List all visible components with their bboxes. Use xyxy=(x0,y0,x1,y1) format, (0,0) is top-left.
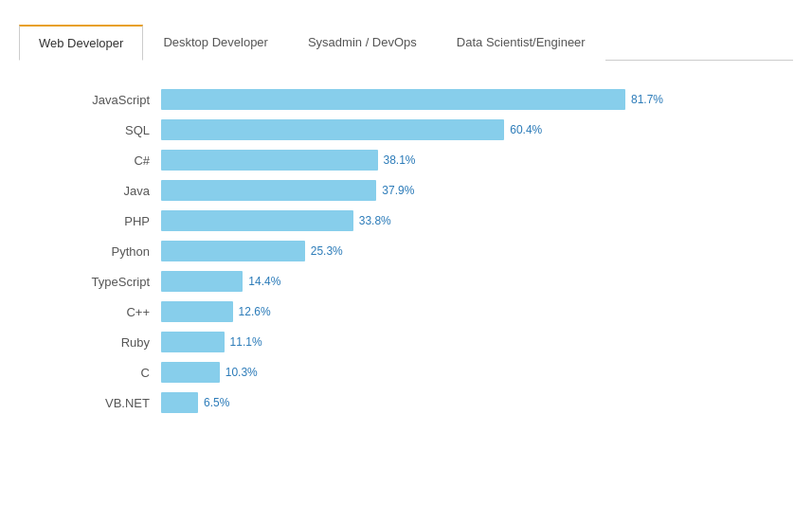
tab-sysadmin---devops[interactable]: Sysadmin / DevOps xyxy=(288,25,437,61)
bar-value: 11.1% xyxy=(230,335,262,349)
bar-label: PHP xyxy=(57,214,161,228)
bar-track: 11.1% xyxy=(161,332,774,352)
bar-fill xyxy=(161,180,376,201)
bar-value: 37.9% xyxy=(382,184,414,197)
bar-label: Python xyxy=(57,244,161,259)
bar-track: 25.3% xyxy=(161,241,774,261)
bar-label: SQL xyxy=(57,123,161,137)
bar-fill xyxy=(161,332,225,352)
bar-row: C#38.1% xyxy=(57,150,774,171)
bar-row: Python25.3% xyxy=(57,241,774,261)
bar-row: Ruby11.1% xyxy=(57,332,774,352)
bar-row: TypeScript14.4% xyxy=(57,271,774,292)
bar-row: C++12.6% xyxy=(57,301,774,322)
bar-track: 14.4% xyxy=(161,271,774,292)
bar-fill xyxy=(161,271,243,292)
bar-fill xyxy=(161,392,198,413)
bar-value: 12.6% xyxy=(239,305,271,318)
bar-label: JavaScript xyxy=(57,93,161,107)
bar-fill xyxy=(161,119,504,140)
bar-row: JavaScript81.7% xyxy=(57,89,774,110)
tab-web-developer[interactable]: Web Developer xyxy=(19,25,143,61)
bar-track: 38.1% xyxy=(161,150,774,171)
bar-row: VB.NET6.5% xyxy=(57,392,774,413)
bar-label: C++ xyxy=(57,305,161,319)
bar-fill xyxy=(161,89,625,110)
bar-row: C10.3% xyxy=(57,362,774,383)
tab-desktop-developer[interactable]: Desktop Developer xyxy=(143,25,288,61)
bar-value: 33.8% xyxy=(359,214,391,227)
bar-track: 12.6% xyxy=(161,301,774,322)
bar-row: PHP33.8% xyxy=(57,210,774,231)
tabs-container: Web DeveloperDesktop DeveloperSysadmin /… xyxy=(19,25,793,61)
bar-value: 10.3% xyxy=(226,366,258,379)
bar-label: Ruby xyxy=(57,335,161,350)
bar-value: 60.4% xyxy=(510,123,542,136)
bar-track: 60.4% xyxy=(161,119,774,140)
bar-track: 37.9% xyxy=(161,180,774,201)
bar-row: SQL60.4% xyxy=(57,119,774,140)
bar-row: Java37.9% xyxy=(57,180,774,201)
bar-label: Java xyxy=(57,184,161,198)
bar-label: C# xyxy=(57,153,161,168)
bar-value: 38.1% xyxy=(384,153,416,167)
chart-area: JavaScript81.7%SQL60.4%C#38.1%Java37.9%P… xyxy=(19,80,793,432)
bar-value: 14.4% xyxy=(248,275,280,288)
tab-data-scientist-engineer[interactable]: Data Scientist/Engineer xyxy=(437,25,605,61)
bar-value: 25.3% xyxy=(311,244,343,258)
bar-track: 81.7% xyxy=(161,89,774,110)
bar-fill xyxy=(161,301,233,322)
bar-track: 6.5% xyxy=(161,392,774,413)
bar-label: C xyxy=(57,366,161,380)
bar-value: 6.5% xyxy=(204,396,229,409)
bar-value: 81.7% xyxy=(631,93,663,106)
bar-fill xyxy=(161,241,305,261)
bar-fill xyxy=(161,362,220,383)
bar-label: TypeScript xyxy=(57,275,161,289)
bar-label: VB.NET xyxy=(57,396,161,410)
bar-track: 10.3% xyxy=(161,362,774,383)
bar-fill xyxy=(161,150,378,171)
bar-track: 33.8% xyxy=(161,210,774,231)
bar-fill xyxy=(161,210,353,231)
